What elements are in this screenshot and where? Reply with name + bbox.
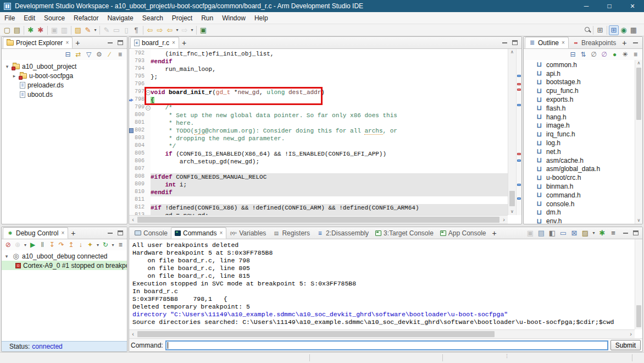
open-console-button-dropdown-icon[interactable]: ▾ <box>591 230 596 235</box>
code-line-811[interactable]: 811 <box>129 196 508 204</box>
gutter-margin[interactable] <box>129 204 135 212</box>
fold-margin[interactable]: − <box>146 89 151 96</box>
development-perspective-button-icon[interactable]: ◉ <box>619 25 629 35</box>
gutter-margin[interactable] <box>129 150 135 158</box>
tab-debug-control[interactable]: ✱ Debug Control × <box>3 227 68 239</box>
scroll-up-icon[interactable]: ∧ <box>635 60 642 67</box>
close-icon[interactable]: × <box>562 40 565 46</box>
close-icon[interactable]: × <box>172 40 175 46</box>
tree-item-preloader-ds[interactable]: preloader.ds <box>2 80 127 90</box>
menu-item-source[interactable]: Source <box>40 12 69 24</box>
add-view-button[interactable]: + <box>73 38 82 47</box>
connect-target-button-dropdown-icon[interactable]: ▾ <box>23 243 27 248</box>
outline-item-api-h[interactable]: ⊔api.h <box>524 69 635 78</box>
maximize-view-icon[interactable] <box>512 40 518 45</box>
expander-icon[interactable]: ▸ <box>11 73 18 79</box>
scroll-down-icon[interactable]: ∨ <box>508 208 516 215</box>
code-line-803[interactable]: 803 * dropping the new_gd parameter. <box>129 135 508 142</box>
close-icon[interactable]: × <box>219 230 223 236</box>
gutter-margin[interactable] <box>129 173 135 181</box>
editor-horizontal-scrollbar[interactable]: ‹ › <box>129 215 508 224</box>
outline-item-dm-h[interactable]: ⊔dm.h <box>524 208 635 217</box>
red-marker[interactable] <box>517 89 521 91</box>
code-line-801[interactable]: 801 * here. <box>129 119 508 127</box>
pin-console-button-icon[interactable]: ▭ <box>558 228 568 238</box>
line-number[interactable]: 800 <box>135 112 146 119</box>
filter-button-icon[interactable]: ▽ <box>84 50 93 59</box>
code-line-804[interactable]: 804 */ <box>129 142 508 150</box>
line-number[interactable]: 794 <box>135 65 146 73</box>
overview-ruler[interactable] <box>516 49 521 215</box>
expander-icon[interactable]: ▾ <box>4 64 10 69</box>
line-number[interactable]: 811 <box>135 196 146 204</box>
back-button-icon[interactable]: ⇦ <box>145 25 155 35</box>
gutter-margin[interactable] <box>129 112 135 119</box>
collapse-fold-icon[interactable]: − <box>146 90 151 95</box>
continue-button-icon[interactable]: ▶ <box>29 240 37 249</box>
export-log-button-icon[interactable]: ▤ <box>536 228 546 238</box>
outline-item-binman-h[interactable]: ⊔binman.h <box>524 182 635 191</box>
fold-margin[interactable]: − <box>146 104 151 112</box>
blue-marker[interactable] <box>517 184 521 186</box>
line-number[interactable]: 810 <box>135 189 146 196</box>
line-number[interactable]: 803 <box>135 135 146 142</box>
outline-item-env-h[interactable]: ⊔env.h <box>524 217 635 224</box>
back-history-button-icon[interactable]: ⇦ <box>165 25 175 35</box>
fold-margin[interactable] <box>146 65 151 73</box>
code-line-806[interactable]: 806 arch_setup_gd(new_gd); <box>129 158 508 166</box>
fold-margin[interactable] <box>146 166 151 173</box>
scroll-down-icon[interactable]: ∨ <box>635 217 642 224</box>
scroll-lock-button-icon[interactable]: ◧ <box>547 228 557 238</box>
minimize-view-icon[interactable] <box>623 232 628 234</box>
code-line-812[interactable]: 812#if !defined(CONFIG_X86) && !defined(… <box>129 204 508 212</box>
code-line-794[interactable]: 794 run_main_loop, <box>129 65 508 73</box>
menu-item-edit[interactable]: Edit <box>19 12 40 24</box>
line-number[interactable]: 806 <box>135 158 146 166</box>
outline-item-console-h[interactable]: ⊔console.h <box>524 200 635 208</box>
outline-item-irq-func-h[interactable]: ⊔irq_func.h <box>524 130 635 139</box>
blue-marker[interactable] <box>517 197 521 200</box>
close-icon[interactable]: × <box>65 40 69 46</box>
tab-2-disassembly[interactable]: ≣2:Disassembly <box>313 227 372 239</box>
line-number[interactable]: 793 <box>135 58 146 65</box>
view-menu-button-icon[interactable]: ≡ <box>631 50 640 59</box>
code-line-810[interactable]: 810#endif <box>129 189 508 196</box>
maximize-view-icon[interactable] <box>633 230 639 235</box>
scroll-left-icon[interactable]: ‹ <box>129 216 137 224</box>
debug-config-button-icon[interactable]: ✱ <box>597 228 607 238</box>
new-editor-tab-button[interactable]: + <box>179 38 189 47</box>
fold-margin[interactable] <box>146 112 151 119</box>
step-over-button-icon[interactable]: ↷ <box>57 240 65 249</box>
console-scrollbar[interactable] <box>635 239 642 329</box>
last-edit-location-button-icon[interactable]: ▣ <box>198 25 208 35</box>
blue-marker[interactable] <box>517 104 521 106</box>
tree-item-a10-uboot-project[interactable]: ▾a10_uboot_project <box>2 62 127 71</box>
fold-margin[interactable] <box>146 204 151 212</box>
drag-handle-icon[interactable]: ⋮ <box>504 353 509 359</box>
blue-marker[interactable] <box>517 160 521 162</box>
tab-project-explorer[interactable]: Project Explorer × <box>3 37 73 48</box>
code-line-796[interactable]: 796 <box>129 81 508 89</box>
tab-board-r-c[interactable]: c board_r.c × <box>130 37 179 48</box>
close-window-button[interactable]: × <box>621 0 644 12</box>
fold-margin[interactable] <box>146 96 151 104</box>
menu-item-window[interactable]: Window <box>218 12 250 24</box>
outline-item-common-h[interactable]: ⊔common.h <box>524 61 635 69</box>
menu-item-navigate[interactable]: Navigate <box>103 12 137 24</box>
maximize-view-icon[interactable] <box>118 40 123 45</box>
menu-item-help[interactable]: Help <box>250 12 273 24</box>
maximize-window-button[interactable]: □ <box>598 0 621 12</box>
code-line-795[interactable]: 795}; <box>129 73 508 81</box>
outline-item-image-h[interactable]: ⊔image.h <box>524 122 635 130</box>
search-button-icon[interactable] <box>584 26 591 34</box>
instruction-step-button-icon[interactable]: ↓ <box>76 240 85 249</box>
tab-3-target-console[interactable]: 3:Target Console <box>372 227 437 239</box>
outline-scrollbar[interactable]: ∧ ∨ <box>635 60 642 224</box>
menu-item-search[interactable]: Search <box>138 12 168 24</box>
tab-console[interactable]: Console <box>131 227 171 239</box>
outline-item-flash-h[interactable]: ⊔flash.h <box>524 104 635 113</box>
expander-icon[interactable]: ▾ <box>3 254 10 259</box>
fold-margin[interactable] <box>146 81 151 89</box>
fold-margin[interactable] <box>146 142 151 150</box>
line-number[interactable]: 799 <box>135 104 146 112</box>
